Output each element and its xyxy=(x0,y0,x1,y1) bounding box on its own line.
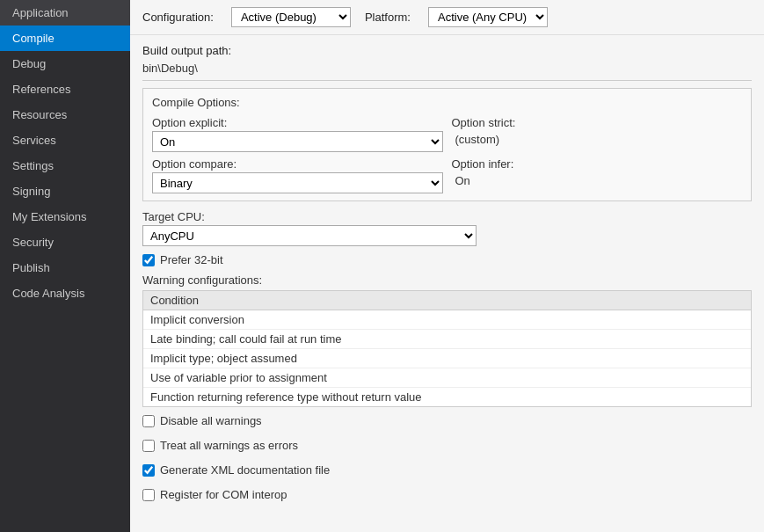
register-com-checkbox[interactable] xyxy=(142,489,155,501)
option-compare-label: Option compare: xyxy=(152,157,443,171)
disable-all-row: Disable all warnings xyxy=(142,414,752,427)
target-cpu-label: Target CPU: xyxy=(142,210,752,223)
sidebar-item-compile[interactable]: Compile xyxy=(0,26,130,51)
option-infer-group: Option infer: On xyxy=(452,157,743,193)
sidebar-item-my-extensions[interactable]: My Extensions xyxy=(0,204,130,230)
build-output-value: bin\Debug\ xyxy=(142,60,752,81)
platform-label: Platform: xyxy=(365,11,411,24)
sidebar-label-code-analysis: Code Analysis xyxy=(12,287,84,300)
target-cpu-row: Target CPU: AnyCPU x86 x64 Itanium xyxy=(142,210,752,246)
sidebar-item-services[interactable]: Services xyxy=(0,128,130,153)
option-infer-label: Option infer: xyxy=(452,157,743,171)
configuration-select[interactable]: Active (Debug) Debug Release All Configu… xyxy=(231,7,351,27)
disable-all-checkbox[interactable] xyxy=(142,415,155,427)
sidebar-label-compile: Compile xyxy=(12,32,55,45)
sidebar-item-resources[interactable]: Resources xyxy=(0,102,130,128)
prefer-32bit-label: Prefer 32-bit xyxy=(160,253,223,266)
generate-xml-row: Generate XML documentation file xyxy=(142,463,752,477)
compile-options-section: Compile Options: Option explicit: On Off… xyxy=(142,88,752,201)
prefer-32bit-checkbox[interactable] xyxy=(142,254,155,266)
sidebar-item-security[interactable]: Security xyxy=(0,230,130,255)
platform-select[interactable]: Active (Any CPU) Any CPU x86 x64 xyxy=(428,7,548,27)
sidebar-label-debug: Debug xyxy=(12,57,46,70)
sidebar-label-references: References xyxy=(12,83,70,96)
generate-xml-checkbox[interactable] xyxy=(142,464,155,477)
option-infer-value: On xyxy=(452,172,743,189)
sidebar-item-signing[interactable]: Signing xyxy=(0,179,130,204)
sidebar-item-references[interactable]: References xyxy=(0,77,130,102)
configuration-label: Configuration: xyxy=(142,11,214,24)
option-explicit-label: Option explicit: xyxy=(152,116,443,129)
sidebar-label-signing: Signing xyxy=(12,185,50,198)
sidebar-label-settings: Settings xyxy=(12,159,54,172)
sidebar-label-publish: Publish xyxy=(12,261,50,274)
build-output-label: Build output path: xyxy=(142,44,752,57)
build-output-row: Build output path: bin\Debug\ xyxy=(142,44,752,81)
main-panel: Configuration: Active (Debug) Debug Rele… xyxy=(130,0,764,532)
options-grid: Option explicit: On Off Option strict: (… xyxy=(152,116,742,193)
sidebar-label-my-extensions: My Extensions xyxy=(12,210,87,223)
prefer-32bit-row: Prefer 32-bit xyxy=(142,253,752,266)
register-com-label: Register for COM interop xyxy=(160,488,287,501)
option-compare-group: Option compare: Binary Text xyxy=(152,157,443,193)
treat-errors-label: Treat all warnings as errors xyxy=(160,439,298,452)
register-com-row: Register for COM interop xyxy=(142,488,752,501)
sidebar-item-publish[interactable]: Publish xyxy=(0,255,130,281)
warning-table-header: Condition xyxy=(143,291,751,310)
option-explicit-select[interactable]: On Off xyxy=(152,131,443,152)
table-row: Implicit type; object assumed xyxy=(143,349,751,368)
sidebar-label-application: Application xyxy=(12,6,69,19)
sidebar-item-code-analysis[interactable]: Code Analysis xyxy=(0,281,130,306)
warning-table: Condition Implicit conversion Late bindi… xyxy=(142,290,752,407)
sidebar-label-resources: Resources xyxy=(12,108,67,121)
disable-all-label: Disable all warnings xyxy=(160,414,262,427)
treat-errors-row: Treat all warnings as errors xyxy=(142,439,752,452)
table-row: Use of variable prior to assignment xyxy=(143,368,751,388)
table-row: Implicit conversion xyxy=(143,310,751,330)
sidebar-item-debug[interactable]: Debug xyxy=(0,51,130,77)
option-explicit-group: Option explicit: On Off xyxy=(152,116,443,152)
warning-config-label: Warning configurations: xyxy=(142,273,752,287)
compile-options-title: Compile Options: xyxy=(152,96,742,109)
treat-errors-checkbox[interactable] xyxy=(142,440,155,452)
option-strict-label: Option strict: xyxy=(452,116,743,129)
target-cpu-select[interactable]: AnyCPU x86 x64 Itanium xyxy=(142,225,477,246)
option-strict-group: Option strict: (custom) xyxy=(452,116,743,152)
sidebar: Application Compile Debug References Res… xyxy=(0,0,130,532)
bottom-checkboxes: Disable all warnings Treat all warnings … xyxy=(142,414,752,508)
option-compare-select[interactable]: Binary Text xyxy=(152,172,443,193)
sidebar-item-application[interactable]: Application xyxy=(0,0,130,26)
table-row: Function returning reference type withou… xyxy=(143,388,751,406)
content-area: Build output path: bin\Debug\ Compile Op… xyxy=(130,35,764,532)
warning-config-section: Warning configurations: Condition Implic… xyxy=(142,273,752,407)
generate-xml-label: Generate XML documentation file xyxy=(160,463,330,477)
sidebar-label-security: Security xyxy=(12,236,54,249)
config-bar: Configuration: Active (Debug) Debug Rele… xyxy=(130,0,764,35)
table-row: Late binding; call could fail at run tim… xyxy=(143,330,751,349)
sidebar-label-services: Services xyxy=(12,134,56,147)
sidebar-item-settings[interactable]: Settings xyxy=(0,153,130,179)
option-strict-value: (custom) xyxy=(452,131,743,148)
